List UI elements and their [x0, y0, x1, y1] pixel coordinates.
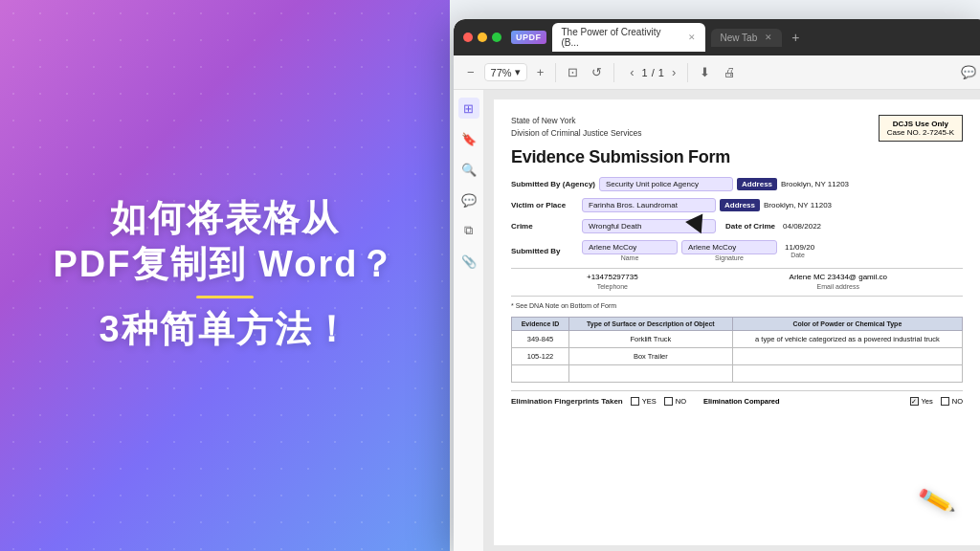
page-current: 1 [642, 67, 648, 78]
table-row-2: 105-122 Box Trailer [512, 348, 963, 365]
no-cb[interactable] [664, 397, 673, 406]
dot-yellow[interactable] [478, 33, 487, 42]
name-caption: Name [621, 254, 639, 261]
date-group: 11/09/20 Date [781, 243, 814, 258]
page-sep: / [652, 67, 655, 78]
print-btn[interactable]: 🖨 [720, 63, 740, 81]
next-page-btn[interactable]: › [668, 63, 679, 81]
no2-label: NO [952, 397, 963, 406]
separator-2 [613, 63, 614, 82]
row2-color [732, 348, 962, 365]
sidebar-search-icon[interactable]: 🔍 [458, 159, 479, 180]
name-value: Arlene McCoy [582, 240, 678, 254]
row3-id [512, 365, 569, 383]
col-header-color: Color of Powder or Chemical Type [732, 318, 962, 331]
tab-new-close-icon[interactable]: ✕ [765, 33, 772, 42]
case-no: Case NO. 2-7245-K [887, 128, 954, 137]
tab-new-label: New Tab [721, 33, 758, 43]
zoom-control[interactable]: 77% ▾ [484, 63, 527, 81]
separator-3 [687, 63, 688, 82]
sidebar-layers-icon[interactable]: ⧉ [458, 220, 479, 241]
tab-active-label: The Power of Creativity (B... [562, 27, 680, 48]
sidebar-attachments-icon[interactable]: 📎 [458, 251, 479, 272]
email-value: Arlene MC 23434@ gamil.co [790, 273, 887, 281]
telephone-caption: Telephone [597, 283, 628, 290]
row3-color [732, 365, 962, 383]
form-row-agency: Submitted By (Agency) Security Unit poli… [511, 177, 963, 191]
date-crime-value: 04/08/2022 [783, 222, 821, 231]
no2-cb[interactable] [941, 397, 949, 406]
name-group: Arlene McCoy Name [582, 240, 678, 261]
tab-add-icon[interactable]: + [791, 30, 799, 45]
hero-line2: PDF复制到 Word？ [54, 241, 397, 288]
no-checkbox: NO [664, 397, 686, 406]
sidebar-bookmark-icon[interactable]: 🔖 [458, 128, 479, 149]
hero-line3: 3种简单方法！ [54, 306, 397, 353]
agency-label: Submitted By (Agency) [511, 180, 595, 188]
yes2-label: Yes [922, 397, 933, 406]
sidebar: ⊞ 🔖 🔍 💬 ⧉ 📎 [454, 90, 484, 551]
col-header-desc: Type of Surface or Description of Object [569, 318, 733, 331]
sidebar-thumbnail-icon[interactable]: ⊞ [458, 98, 479, 119]
tab-close-icon[interactable]: ✕ [688, 33, 696, 42]
separator-1 [555, 63, 556, 82]
row1-desc: Forklift Truck [569, 331, 733, 348]
fit-page-btn[interactable]: ⊡ [564, 63, 582, 81]
no2-checkbox: NO [941, 397, 963, 406]
yes-cb[interactable] [631, 397, 639, 406]
address-label-2: Address [720, 199, 760, 211]
org-line2: Division of Criminal Justice Services [511, 127, 642, 140]
right-panel: UPDF The Power of Creativity (B... ✕ New… [450, 0, 980, 551]
email-caption: Email address [817, 283, 859, 290]
signature-group: Arlene McCoy Signature [681, 240, 777, 261]
fingerprints-row: Elimination Fingerprints Taken YES NO El… [511, 390, 963, 406]
form-row-crime: Crime Wrongful Death Date of Crime 04/08… [511, 219, 963, 233]
row3-desc [569, 365, 733, 383]
row2-id: 105-122 [512, 348, 569, 365]
zoom-out-btn[interactable]: − [463, 63, 479, 81]
table-row-1: 349-845 Forklift Truck a type of vehicle… [512, 331, 963, 348]
yes-label: YES [642, 397, 657, 406]
dot-green[interactable] [492, 33, 501, 42]
pdf-header: State of New York Division of Criminal J… [511, 115, 963, 142]
no-label: NO [676, 397, 686, 406]
org-info: State of New York Division of Criminal J… [511, 115, 642, 140]
phone-group: +13475297735 Telephone [587, 273, 638, 290]
comment-btn[interactable]: 💬 [957, 63, 980, 81]
address-label-1: Address [737, 178, 777, 190]
browser-tab-inactive[interactable]: New Tab ✕ [711, 29, 783, 47]
prev-page-btn[interactable]: ‹ [626, 63, 637, 81]
yes2-checkbox: ✓ Yes [910, 397, 933, 406]
elim-compared-label: Elimination Compared [703, 397, 902, 406]
left-panel: 如何将表格从 PDF复制到 Word？ 3种简单方法！ [0, 0, 450, 551]
hero-text: 如何将表格从 PDF复制到 Word？ 3种简单方法！ [34, 178, 416, 372]
browser-window: UPDF The Power of Creativity (B... ✕ New… [454, 19, 980, 551]
sidebar-comments-icon[interactable]: 💬 [458, 189, 479, 210]
email-group: Arlene MC 23434@ gamil.co Email address [790, 273, 887, 290]
browser-tab-active[interactable]: The Power of Creativity (B... ✕ [552, 23, 705, 52]
col-header-id: Evidence ID [512, 318, 569, 331]
signature-value: Arlene McCoy [681, 240, 777, 254]
date-caption: Date [791, 252, 805, 258]
table-row-3 [512, 365, 963, 383]
browser-chrome: UPDF The Power of Creativity (B... ✕ New… [454, 19, 980, 55]
pdf-page: State of New York Division of Criminal J… [494, 99, 980, 545]
zoom-in-btn[interactable]: + [533, 63, 548, 81]
download-btn[interactable]: ⬇ [696, 63, 714, 81]
page-control: ‹ 1 / 1 › [626, 63, 679, 81]
content-area: ⊞ 🔖 🔍 💬 ⧉ 📎 State of New York Div [454, 90, 980, 551]
hero-divider [196, 296, 254, 298]
victim-label: Victim or Place [511, 201, 578, 209]
dot-red[interactable] [463, 33, 473, 42]
yes-checkbox: YES [631, 397, 657, 406]
evidence-table: Evidence ID Type of Surface or Descripti… [511, 317, 963, 383]
submitted-by-label: Submitted By [511, 247, 578, 255]
yes2-cb[interactable]: ✓ [910, 397, 919, 406]
telephone-value: +13475297735 [587, 273, 638, 281]
rotate-btn[interactable]: ↺ [588, 63, 606, 81]
browser-dots [463, 33, 501, 42]
form-row-victim: Victim or Place Farinha Bros. Laundromat… [511, 198, 963, 212]
row2-desc: Box Trailer [569, 348, 733, 365]
dna-note: * See DNA Note on Bottom of Form [511, 302, 963, 309]
contact-row: +13475297735 Telephone Arlene MC 23434@ … [511, 268, 963, 297]
